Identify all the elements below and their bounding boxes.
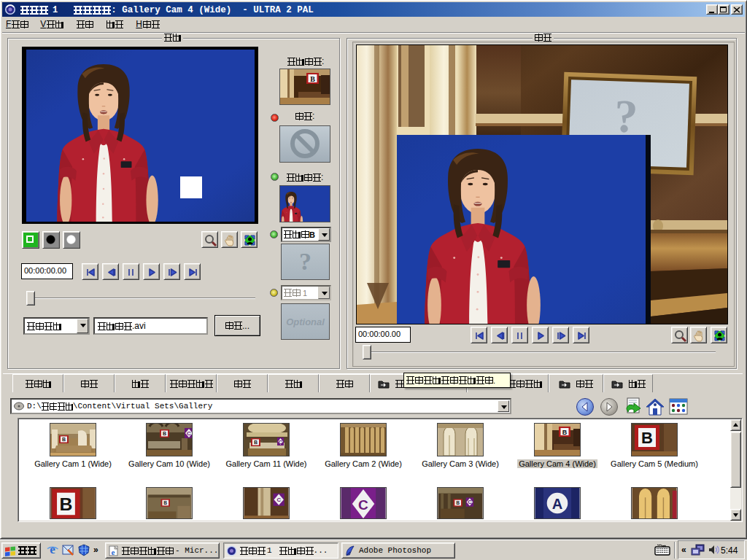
svg-text:B: B bbox=[59, 494, 72, 514]
svg-text:C: C bbox=[468, 499, 472, 505]
svg-text:B: B bbox=[456, 500, 460, 505]
svg-text:B: B bbox=[254, 440, 258, 445]
svg-text:C: C bbox=[187, 430, 191, 437]
svg-text:B: B bbox=[310, 75, 315, 83]
svg-text:e: e bbox=[50, 543, 55, 556]
svg-text:B: B bbox=[641, 429, 653, 447]
svg-text:e: e bbox=[112, 548, 115, 556]
svg-text:C: C bbox=[276, 497, 281, 503]
svg-text:B: B bbox=[562, 429, 568, 436]
svg-text:C: C bbox=[358, 497, 368, 513]
svg-text:C: C bbox=[279, 439, 283, 446]
svg-text:B: B bbox=[163, 500, 167, 505]
svg-text:B: B bbox=[62, 437, 66, 442]
svg-text:A: A bbox=[552, 496, 562, 512]
svg-text:?: ? bbox=[614, 90, 638, 142]
svg-text:B: B bbox=[163, 431, 166, 436]
